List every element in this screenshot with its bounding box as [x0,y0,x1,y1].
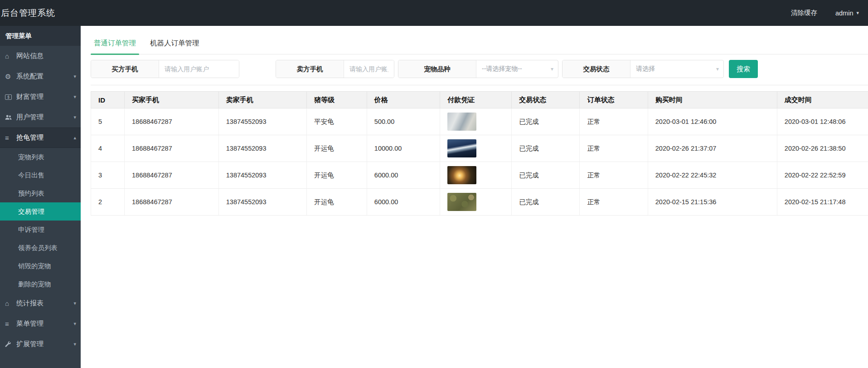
sidebar-item-wealth-management[interactable]: $财富管理▾ [0,87,81,107]
search-button[interactable]: 搜索 [729,60,758,78]
sidebar-subitem-deleted-pets[interactable]: 删除的宠物 [0,275,81,293]
column-header: 卖家手机 [218,92,306,108]
cell-order_status: 正常 [580,162,648,189]
cell-price: 6000.00 [367,189,440,216]
sidebar-item-menu-management[interactable]: ≡菜单管理▾ [0,314,81,334]
trade-status-group: 交易状态 请选择 ▾ [562,60,724,78]
users-icon [5,114,16,120]
seller-phone-label: 卖方手机 [276,60,344,78]
orders-table-body: 51868846728713874552093平安龟500.00已完成正常202… [91,108,868,216]
sidebar-item-label: 财富管理 [16,93,73,101]
sidebar-item-label: 系统配置 [16,72,73,81]
sidebar-subitem-appeal-management[interactable]: 申诉管理 [0,221,81,239]
sidebar-subitem-adopt-member-list[interactable]: 领养会员列表 [0,239,81,257]
sidebar-item-site-info[interactable]: ⌂网站信息 [0,46,81,66]
cell-grade: 开运龟 [307,189,367,216]
cell-order_status: 正常 [580,135,648,162]
orders-table: ID买家手机卖家手机猪等级价格付款凭证交易状态订单状态购买时间成交时间操作 51… [91,91,868,216]
chevron-down-icon: ▾ [551,66,553,72]
sidebar-subitem-destroyed-pets[interactable]: 销毁的宠物 [0,257,81,275]
svg-text:$: $ [7,95,10,99]
user-menu[interactable]: admin ▾ [835,10,859,17]
chevron-down-icon: ▾ [856,10,859,16]
sidebar: 管理菜单 ⌂网站信息⚙系统配置▾$财富管理▾用户管理▾≡抢龟管理▴宠物列表今日出… [0,26,81,368]
username: admin [835,10,853,17]
cell-grade: 开运龟 [307,162,367,189]
column-header: 买家手机 [125,92,219,108]
top-navbar: 后台管理系统 清除缓存 admin ▾ [0,0,868,26]
navbar-right: 清除缓存 admin ▾ [791,9,859,17]
cell-seller_phone: 13874552093 [218,135,306,162]
sidebar-item-system-config[interactable]: ⚙系统配置▾ [0,66,81,87]
sidebar-item-turtle-management[interactable]: ≡抢龟管理▴ [0,128,81,148]
app-title: 后台管理系统 [1,7,55,19]
sidebar-menu: ⌂网站信息⚙系统配置▾$财富管理▾用户管理▾≡抢龟管理▴宠物列表今日出售预约列表… [0,46,81,354]
table-row: 41868846728713874552093开运龟10000.00已完成正常2… [91,135,868,162]
pet-type-group: 宠物品种 --请选择宠物-- ▾ [398,60,558,78]
filter-bar: 买方手机 卖方手机 宠物品种 --请选择宠物-- ▾ 交易状态 请选择 [91,60,868,85]
chevron-down-icon: ▾ [73,341,76,347]
cell-buyer_phone: 18688467287 [125,189,219,216]
cell-buy_time: 2020-02-15 21:15:36 [648,189,777,216]
chevron-down-icon: ▾ [73,300,76,306]
column-header: 购买时间 [648,92,777,108]
payment-proof-image[interactable] [447,113,476,131]
payment-proof-cell [440,108,512,135]
cell-deal_time: 2020-03-01 12:48:06 [777,108,868,135]
orders-table-wrap: ID买家手机卖家手机猪等级价格付款凭证交易状态订单状态购买时间成交时间操作 51… [91,91,868,216]
column-header: 成交时间 [777,92,868,108]
sidebar-item-label: 扩展管理 [16,340,73,348]
pet-type-select[interactable]: --请选择宠物-- ▾ [476,60,558,78]
cell-buyer_phone: 18688467287 [125,108,219,135]
seller-phone-input[interactable] [344,60,394,78]
table-row: 31868846728713874552093开运龟6000.00已完成正常20… [91,162,868,189]
cell-price: 500.00 [367,108,440,135]
chevron-down-icon: ▾ [73,74,76,79]
tab-normal-orders[interactable]: 普通订单管理 [91,35,139,54]
cell-buyer_phone: 18688467287 [125,135,219,162]
pet-type-label: 宠物品种 [398,60,476,78]
payment-proof-image[interactable] [447,139,476,157]
payment-proof-cell [440,162,512,189]
cell-seller_phone: 13874552093 [218,189,306,216]
trade-status-label: 交易状态 [563,60,630,78]
cell-trade_status: 已完成 [512,162,580,189]
payment-proof-image[interactable] [447,166,476,184]
cell-trade_status: 已完成 [512,189,580,216]
payment-proof-image[interactable] [447,193,476,211]
sidebar-subitem-pet-list[interactable]: 宠物列表 [0,148,81,166]
cell-id: 2 [91,189,125,216]
sidebar-item-user-management[interactable]: 用户管理▾ [0,107,81,128]
cell-seller_phone: 13874552093 [218,162,306,189]
payment-proof-cell [440,189,512,216]
chevron-up-icon: ▴ [73,135,76,141]
main-content: 普通订单管理 机器人订单管理 买方手机 卖方手机 宠物品种 --请选择宠物-- … [81,26,868,368]
column-header: 订单状态 [580,92,648,108]
cell-id: 3 [91,162,125,189]
sidebar-header: 管理菜单 [0,26,81,46]
table-header-row: ID买家手机卖家手机猪等级价格付款凭证交易状态订单状态购买时间成交时间操作 [91,92,868,108]
column-header: 猪等级 [307,92,367,108]
sidebar-item-label: 统计报表 [16,299,73,308]
tab-robot-orders[interactable]: 机器人订单管理 [147,35,203,54]
sidebar-item-extension-management[interactable]: 扩展管理▾ [0,334,81,354]
trade-status-select[interactable]: 请选择 ▾ [630,60,723,78]
cell-buyer_phone: 18688467287 [125,162,219,189]
cell-order_status: 正常 [580,189,648,216]
column-header: 付款凭证 [440,92,512,108]
cell-buy_time: 2020-02-26 21:37:07 [648,135,777,162]
seller-phone-group: 卖方手机 [276,60,394,78]
sidebar-subitem-today-sales[interactable]: 今日出售 [0,166,81,184]
sidebar-subitem-trade-management[interactable]: 交易管理 [0,202,81,221]
sidebar-item-label: 网站信息 [16,52,76,60]
sidebar-item-statistics-report[interactable]: ⌂统计报表▾ [0,293,81,314]
clear-cache-button[interactable]: 清除缓存 [791,9,817,17]
bars-icon: ≡ [5,320,16,328]
table-row: 21868846728713874552093开运龟6000.00已完成正常20… [91,189,868,216]
column-header: ID [91,92,125,108]
sidebar-subitem-reservation-list[interactable]: 预约列表 [0,184,81,202]
cell-buy_time: 2020-03-01 12:46:00 [648,108,777,135]
page-layout: 管理菜单 ⌂网站信息⚙系统配置▾$财富管理▾用户管理▾≡抢龟管理▴宠物列表今日出… [0,26,868,368]
buyer-phone-input[interactable] [159,60,239,78]
sidebar-item-label: 抢龟管理 [16,133,73,142]
